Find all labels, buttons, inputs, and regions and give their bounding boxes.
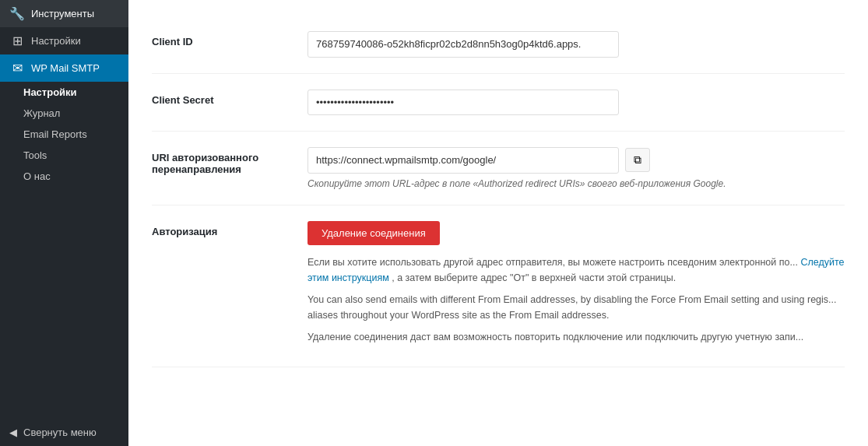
auth-desc-para-1: Если вы хотите использовать другой адрес…: [307, 255, 845, 286]
auth-desc-para-2: You can also send emails with different …: [307, 292, 845, 323]
auth-desc-link[interactable]: Следуйте этим инструкциям: [307, 257, 844, 283]
uri-field: ⧉ Скопируйте этот URL-адрес в поле «Auth…: [307, 147, 845, 189]
client-id-row: Client ID: [152, 16, 845, 74]
client-id-label: Client ID: [152, 31, 307, 47]
auth-description: Если вы хотите использовать другой адрес…: [307, 255, 845, 345]
sidebar-item-settings[interactable]: ⊞ Настройки: [0, 27, 128, 54]
collapse-icon: ◀: [9, 427, 17, 438]
tools-icon: 🔧: [9, 6, 25, 21]
auth-label: Авторизация: [152, 221, 307, 237]
settings-icon: ⊞: [9, 33, 25, 48]
uri-label: URI авторизованного перенаправления: [152, 147, 307, 175]
auth-desc-para-3: Удаление соединения даст вам возможность…: [307, 329, 845, 345]
sidebar-item-settings-label: Настройки: [31, 35, 81, 47]
uri-row: URI авторизованного перенаправления ⧉ Ск…: [152, 132, 845, 205]
uri-input[interactable]: [307, 147, 619, 174]
sidebar-item-tools-label: Инструменты: [31, 8, 94, 19]
sidebar-submenu-o-nas[interactable]: О нас: [0, 166, 128, 187]
uri-hint: Скопируйте этот URL-адрес в поле «Author…: [307, 178, 845, 189]
client-secret-input[interactable]: [307, 90, 619, 116]
auth-row: Авторизация Удаление соединения Если вы …: [152, 205, 845, 367]
sidebar-item-wp-mail-smtp[interactable]: ✉ WP Mail SMTP: [0, 54, 128, 82]
mail-icon: ✉: [9, 61, 25, 76]
collapse-label: Свернуть меню: [23, 427, 97, 438]
delete-connection-button[interactable]: Удаление соединения: [307, 221, 440, 245]
copy-uri-button[interactable]: ⧉: [625, 148, 650, 172]
client-secret-label: Client Secret: [152, 90, 307, 106]
sidebar-submenu-jurnal[interactable]: Журнал: [0, 103, 128, 124]
auth-field: Удаление соединения Если вы хотите испол…: [307, 221, 845, 351]
sidebar-item-smtp-label: WP Mail SMTP: [31, 62, 100, 74]
content-area: Client ID Client Secret URI авторизованн…: [128, 0, 868, 383]
sidebar: 🔧 Инструменты ⊞ Настройки ✉ WP Mail SMTP…: [0, 0, 128, 446]
sidebar-submenu-tools[interactable]: Tools: [0, 145, 128, 166]
client-secret-field: [307, 90, 845, 116]
sidebar-submenu-nastrojki[interactable]: Настройки: [0, 82, 128, 103]
uri-input-row: ⧉: [307, 147, 845, 174]
main-content: Client ID Client Secret URI авторизованн…: [128, 0, 868, 446]
client-id-input[interactable]: [307, 31, 619, 58]
sidebar-submenu: Настройки Журнал Email Reports Tools О н…: [0, 82, 128, 187]
sidebar-item-tools[interactable]: 🔧 Инструменты: [0, 0, 128, 27]
client-secret-row: Client Secret: [152, 74, 845, 132]
collapse-menu-button[interactable]: ◀ Свернуть меню: [0, 419, 128, 446]
sidebar-submenu-email-reports[interactable]: Email Reports: [0, 124, 128, 145]
client-id-field: [307, 31, 845, 58]
